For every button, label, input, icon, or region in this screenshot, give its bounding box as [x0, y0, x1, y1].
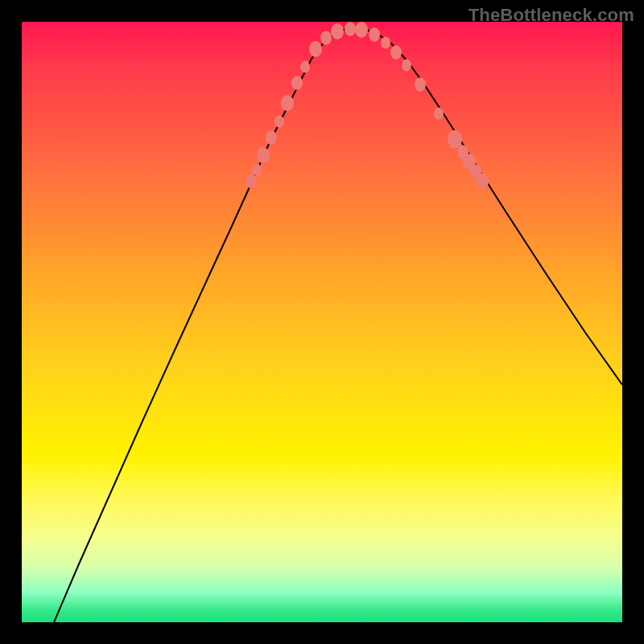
- curve-marker: [320, 31, 332, 45]
- curve-marker: [402, 60, 411, 72]
- curve-marker: [257, 147, 270, 163]
- plot-svg: [22, 22, 622, 622]
- chart-frame: [22, 22, 622, 622]
- curve-marker: [448, 130, 462, 149]
- curve-marker: [331, 23, 344, 39]
- curve-marker: [415, 77, 426, 92]
- curve-marker: [381, 37, 390, 49]
- bottleneck-curve: [54, 28, 622, 622]
- marker-group: [246, 22, 489, 189]
- curve-marker: [266, 130, 277, 145]
- curve-marker: [390, 45, 402, 60]
- curve-marker: [252, 164, 262, 176]
- curve-marker: [434, 108, 444, 120]
- curve-marker: [291, 76, 303, 90]
- curve-marker: [300, 61, 310, 73]
- curve-marker: [309, 41, 322, 57]
- curve-marker: [275, 116, 284, 128]
- curve-marker: [476, 173, 489, 189]
- curve-marker: [281, 95, 294, 111]
- curve-marker: [345, 22, 356, 36]
- curve-marker: [355, 22, 368, 38]
- curve-marker: [369, 27, 380, 42]
- curve-marker: [246, 174, 257, 188]
- watermark-text: TheBottleneck.com: [469, 5, 634, 26]
